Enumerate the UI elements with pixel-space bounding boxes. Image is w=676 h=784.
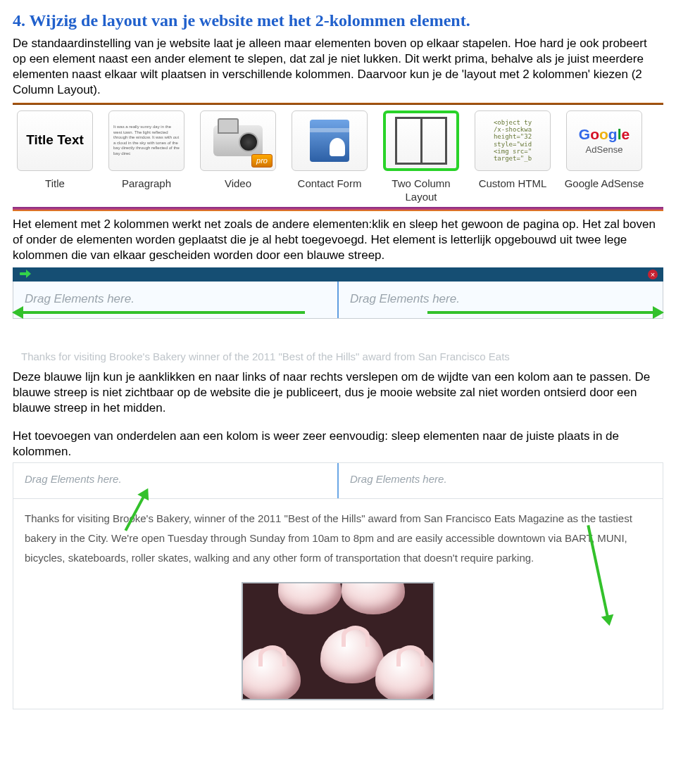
video-tile: pro — [200, 110, 276, 171]
element-label: Video — [225, 177, 251, 191]
divider-gradient — [13, 207, 663, 211]
element-paragraph[interactable]: It was a really sunny day in the west to… — [104, 110, 189, 191]
two-column-icon — [395, 117, 447, 165]
drop-column-left[interactable]: Drag Elements here. — [13, 463, 339, 498]
google-logo-text: Google — [579, 126, 630, 142]
divider-top — [13, 103, 663, 105]
section-heading: 4. Wijzig de layout van je website met h… — [13, 10, 663, 32]
paragraph-after-toolbar: Het element met 2 kolommen werkt net zoa… — [13, 217, 663, 263]
element-contact-form[interactable]: Contact Form — [287, 110, 372, 191]
intro-paragraph: De standaardinstelling van je website la… — [13, 36, 663, 98]
paragraph-tile: It was a really sunny day in the west to… — [108, 110, 184, 171]
move-icon[interactable] — [20, 270, 31, 279]
adsense-subtext: AdSense — [579, 144, 630, 156]
drop-column-right[interactable]: Drag Elements here. — [339, 463, 663, 498]
drop-placeholder: Drag Elements here. — [350, 473, 447, 485]
drop-column-right[interactable]: Drag Elements here. — [339, 282, 663, 318]
html-tile: <object ty /x-shockwa height="32 style="… — [475, 110, 551, 171]
camcorder-icon — [213, 125, 263, 156]
editor-preview-2: Drag Elements here. Drag Elements here. … — [13, 462, 663, 709]
resize-arrow-left — [23, 311, 305, 314]
element-label: Two Column Layout — [379, 177, 463, 204]
drop-row: Drag Elements here. Drag Elements here. — [13, 463, 663, 499]
paragraph-blue-line: Deze blauwe lijn kun je aanklikken en na… — [13, 369, 663, 416]
elements-toolbar: Title Text Title It was a really sunny d… — [13, 110, 663, 204]
drop-placeholder: Drag Elements here. — [25, 292, 134, 305]
element-label: Paragraph — [122, 177, 171, 191]
story-text-block: Thanks for visiting Brooke's Bakery, win… — [13, 499, 663, 576]
faded-story-text: Thanks for visiting Brooke's Bakery winn… — [13, 346, 663, 364]
element-two-column[interactable]: Two Column Layout — [379, 110, 463, 204]
element-custom-html[interactable]: <object ty /x-shockwa height="32 style="… — [470, 110, 555, 191]
drop-column-left[interactable]: Drag Elements here. — [13, 282, 339, 318]
twocolumn-tile — [383, 110, 459, 171]
contact-tile — [292, 110, 368, 171]
editor-preview-1: × Drag Elements here. Drag Elements here… — [13, 267, 663, 364]
contact-card-icon — [310, 120, 349, 162]
resize-arrow-right — [427, 311, 653, 314]
element-label: Contact Form — [298, 177, 362, 191]
editor-header-bar: × — [13, 267, 663, 282]
story-body: Thanks for visiting Brooke's Bakery, win… — [25, 512, 632, 564]
element-title[interactable]: Title Text Title — [13, 110, 97, 191]
element-label: Custom HTML — [479, 177, 547, 191]
drop-row: Drag Elements here. Drag Elements here. — [13, 282, 663, 319]
drop-placeholder: Drag Elements here. — [25, 473, 122, 485]
element-label: Title — [45, 177, 65, 191]
paragraph-add-items: Het toevoegen van onderdelen aan een kol… — [13, 429, 663, 460]
title-tile: Title Text — [17, 110, 93, 171]
drop-placeholder: Drag Elements here. — [350, 292, 460, 305]
cupcake-image — [242, 582, 434, 700]
pro-badge: pro — [251, 154, 273, 167]
element-label: Google AdSense — [565, 177, 644, 191]
adsense-tile: Google AdSense — [566, 110, 642, 171]
close-icon[interactable]: × — [648, 270, 658, 279]
element-google-adsense[interactable]: Google AdSense Google AdSense — [562, 110, 646, 191]
element-video[interactable]: pro Video — [196, 110, 280, 191]
